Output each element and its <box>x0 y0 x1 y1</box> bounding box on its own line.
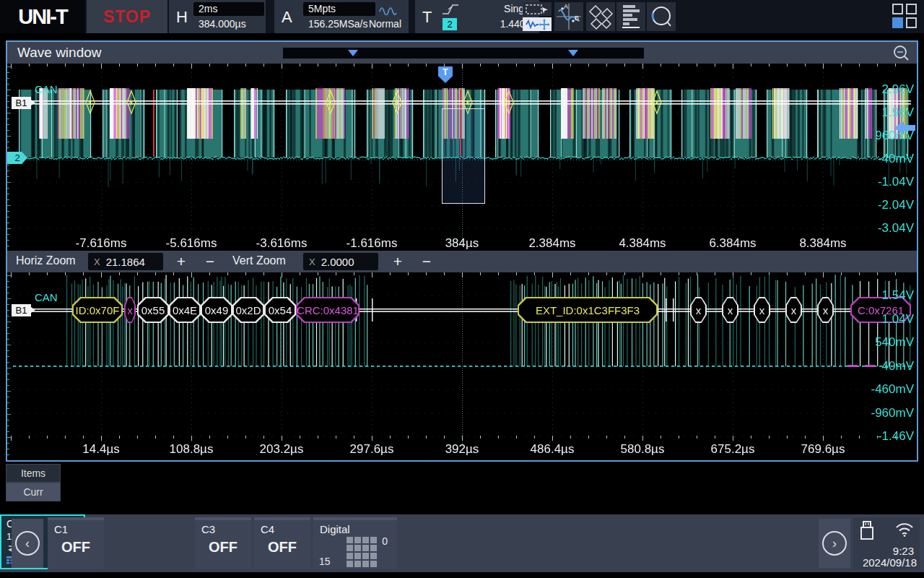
tab-curr[interactable]: Curr <box>6 483 61 501</box>
time-tick: -7.616ms <box>76 236 127 251</box>
tile-pattern-icon[interactable] <box>586 2 615 31</box>
memory-depth-value[interactable]: 5Mpts <box>303 2 375 16</box>
channel4-tile[interactable]: C4 OFF <box>254 517 310 569</box>
time-tick: 14.4µs <box>82 442 119 457</box>
main-waveform-graph[interactable]: T B1 CAN 2 -7.616ms-5.616ms-3.616ms-1.61… <box>7 64 917 251</box>
time-tick: 2.384ms <box>528 236 575 251</box>
channel1-name: C1 <box>54 523 68 535</box>
acquire-menu-button[interactable]: A 5Mpts 156.25MSa/s Normal <box>274 0 409 33</box>
decode-frame-bubble: ID:0x70F <box>72 297 123 323</box>
scroll-left-button[interactable]: ‹ <box>12 519 43 568</box>
zoom-out-icon[interactable] <box>892 44 911 63</box>
horiz-zoom-value-box[interactable]: X 21.1864 <box>88 253 163 270</box>
decode-frame-bubble: x <box>817 297 834 323</box>
horizontal-menu-button[interactable]: H 2ms 384.000µs <box>169 0 266 33</box>
decode-frame-bubble: 0x55 <box>137 297 169 323</box>
decode-frame-bubble: x <box>785 297 802 323</box>
horiz-zoom-label: Horiz Zoom <box>16 254 76 267</box>
tab-items[interactable]: Items <box>6 464 61 483</box>
bus1-tag[interactable]: B1 <box>12 97 31 109</box>
digital-grid-icon <box>346 537 377 567</box>
window-layout-icon[interactable] <box>892 4 918 30</box>
xy-mode-icon[interactable]: AB <box>554 2 583 31</box>
decode-frame-bubble: x <box>690 297 707 323</box>
voltage-tick: 2.96V <box>882 82 914 97</box>
trigger-source-badge[interactable]: 2 <box>443 18 457 30</box>
pan-marker-icon[interactable] <box>348 50 358 56</box>
loop-icon[interactable] <box>647 2 676 31</box>
channel4-name: C4 <box>261 523 274 535</box>
zoom-control-bar: Horiz Zoom X 21.1864 + − Vert Zoom X 2.0… <box>7 251 917 272</box>
time-tick: 203.2µs <box>260 442 304 457</box>
voltage-tick: -960mV <box>871 406 914 420</box>
horiz-zoom-x: X <box>94 256 100 267</box>
wifi-icon <box>895 522 914 538</box>
zoom-waveform-graph[interactable]: B1 CAN 14.4µs108.8µs203.2µs297.6µs392µs4… <box>7 272 917 459</box>
voltage-tick: 960mV <box>875 129 914 143</box>
main-graph-overlays: T B1 CAN 2 -7.616ms-5.616ms-3.616ms-1.61… <box>7 64 917 251</box>
time-tick: 6.384ms <box>709 236 756 251</box>
time-tick: -1.616ms <box>346 236 398 251</box>
channel2-marker[interactable]: 2 <box>7 152 27 164</box>
decode-frame-bubble: EXT_ID:0x1C3FF3F3 <box>518 297 658 323</box>
time-tick: -3.616ms <box>256 236 308 251</box>
digital-channels-tile[interactable]: Digital 0 15 <box>313 517 397 569</box>
clock-date: 2024/09/18 <box>863 556 917 569</box>
channel4-state: OFF <box>254 539 310 556</box>
run-stop-button[interactable]: STOP <box>87 0 167 33</box>
vert-zoom-value: 2.0000 <box>321 256 354 268</box>
timebase-value[interactable]: 2ms <box>193 2 264 16</box>
wave-window-titlebar: Wave window <box>7 42 917 64</box>
select-zone-icon[interactable] <box>523 2 552 16</box>
chevron-right-icon: › <box>822 531 847 556</box>
zoom-selection-rect[interactable] <box>442 108 485 204</box>
pan-marker-icon[interactable] <box>568 50 578 56</box>
vert-zoom-minus-button[interactable]: − <box>416 252 437 271</box>
channel3-tile[interactable]: C3 OFF <box>195 517 251 569</box>
decode-frame-bubble: 0x2D <box>232 297 264 323</box>
wave-window-title: Wave window <box>17 45 102 61</box>
voltage-tick: 540mV <box>875 335 914 350</box>
svg-text:A: A <box>564 3 568 10</box>
horiz-zoom-plus-button[interactable]: + <box>170 252 192 271</box>
digital-name: Digital <box>320 523 350 535</box>
voltage-tick: 1.54V <box>882 288 914 303</box>
clock-time: 9:23 <box>893 545 914 557</box>
digital-bottom-index: 15 <box>319 556 331 567</box>
svg-text:B: B <box>575 14 579 22</box>
decode-frame-bubble: 0x4E <box>169 297 201 323</box>
decode-frame-bubble: x <box>754 297 770 323</box>
bus1-type-label: CAN <box>35 291 58 303</box>
vert-zoom-x: X <box>309 256 315 267</box>
status-panel[interactable]: 9:23 2024/09/18 <box>853 517 920 569</box>
acquire-key: A <box>282 8 292 27</box>
sample-rate-value: 156.25MSa/s <box>308 18 368 30</box>
trigger-menu-button[interactable]: T 2 Single 1.440V <box>415 0 539 33</box>
acquire-mode-label: Normal <box>369 18 401 30</box>
top-toolbar: UNI-T STOP H 2ms 384.000µs A 5Mpts 156.2… <box>0 0 924 33</box>
histogram-icon[interactable] <box>616 2 645 31</box>
waveform-tools-icon[interactable] <box>523 17 552 31</box>
pan-scrollbar[interactable] <box>283 48 644 59</box>
decode-frame-bubble: 0x49 <box>201 297 232 323</box>
bus1-type-label: CAN <box>35 83 58 95</box>
horiz-zoom-minus-button[interactable]: − <box>199 252 221 271</box>
scroll-right-button[interactable]: › <box>819 519 850 568</box>
zoom-graph-overlays: B1 CAN 14.4µs108.8µs203.2µs297.6µs392µs4… <box>7 272 917 459</box>
wave-window-panel: Wave window T B1 CAN 2 -7.616ms-5.616ms-… <box>6 40 918 462</box>
brand-logo: UNI-T <box>0 0 85 33</box>
channel3-state: OFF <box>195 539 251 556</box>
voltage-tick: -2.04V <box>878 198 914 212</box>
vert-zoom-value-box[interactable]: X 2.0000 <box>303 253 378 270</box>
vert-zoom-plus-button[interactable]: + <box>387 252 409 271</box>
time-tick: 769.6µs <box>801 442 845 457</box>
time-tick: 384µs <box>445 236 479 251</box>
trigger-edge-icon <box>441 3 460 16</box>
bus1-tag[interactable]: B1 <box>12 304 31 316</box>
trigger-position-marker[interactable]: T <box>438 66 453 83</box>
channel1-tile[interactable]: C1 OFF <box>48 517 104 569</box>
vert-zoom-label: Vert Zoom <box>232 254 286 267</box>
decode-frame-bubble: CRC:0x4381 <box>296 297 359 323</box>
time-tick: 675.2µs <box>711 442 755 457</box>
horizontal-key: H <box>176 8 188 27</box>
